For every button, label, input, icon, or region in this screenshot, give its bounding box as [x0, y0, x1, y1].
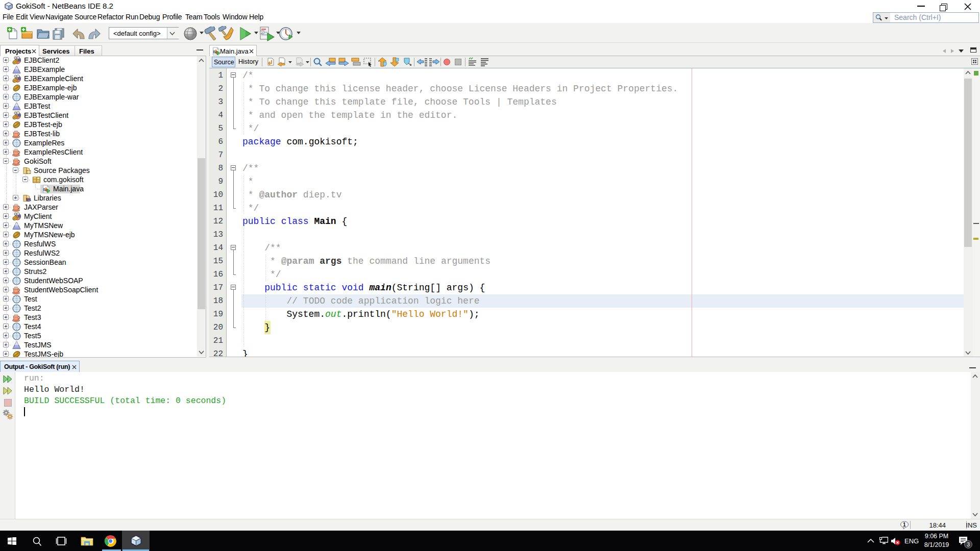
svg-text:1: 1 [903, 522, 906, 528]
svg-text:3: 3 [261, 31, 263, 34]
